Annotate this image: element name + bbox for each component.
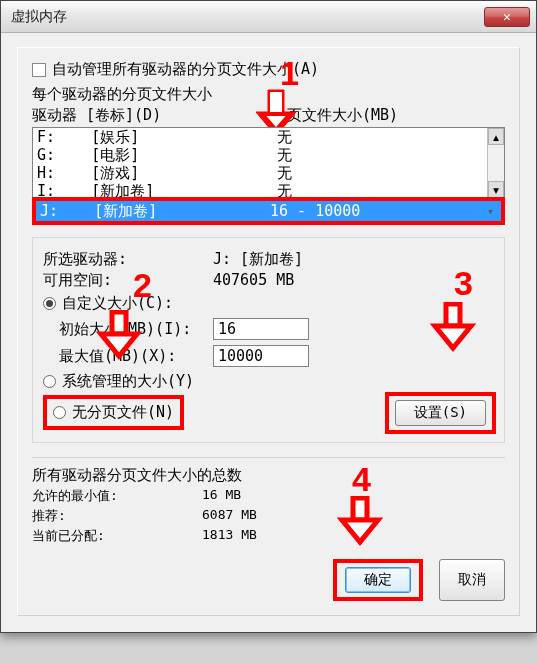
close-icon: ✕ — [503, 9, 511, 24]
system-managed-radio[interactable] — [43, 375, 56, 388]
totals-header: 所有驱动器分页文件大小的总数 — [32, 466, 505, 485]
no-paging-label: 无分页文件(N) — [72, 403, 174, 422]
drive-row[interactable]: G: [电影] 无 — [33, 146, 504, 164]
titlebar: 虚拟内存 ✕ — [1, 1, 536, 33]
chevron-down-icon[interactable]: ▾ — [482, 201, 499, 221]
scroll-down-icon[interactable]: ▾ — [488, 181, 504, 198]
annotation-4-arrow-icon — [336, 496, 384, 546]
free-space-kv: 可用空间: 407605 MB — [43, 271, 494, 290]
cur-kv: 当前已分配: 1813 MB — [32, 527, 505, 545]
initial-size-input[interactable] — [213, 318, 309, 340]
set-button-highlight: 设置(S) — [385, 392, 496, 434]
virtual-memory-dialog: 虚拟内存 ✕ 1 3 自动管理所有驱动器的分页文件大小(A) 每个驱动器的分页文… — [0, 0, 537, 633]
no-paging-radio[interactable] — [53, 406, 66, 419]
divider — [32, 457, 505, 458]
ok-button[interactable]: 确定 — [345, 567, 411, 593]
auto-manage-row[interactable]: 自动管理所有驱动器的分页文件大小(A) — [32, 60, 505, 79]
svg-rect-2 — [112, 312, 126, 334]
auto-manage-checkbox[interactable] — [32, 63, 46, 77]
svg-rect-3 — [353, 498, 367, 520]
annotation-2-arrow-icon — [95, 310, 143, 360]
rec-kv: 推荐: 6087 MB — [32, 507, 505, 525]
scroll-track[interactable] — [488, 145, 504, 181]
svg-rect-0 — [270, 92, 282, 112]
selected-drive-highlight: J: [新加卷] 16 - 10000 ▾ — [32, 197, 505, 225]
cancel-button[interactable]: 取消 — [439, 559, 505, 601]
window-title: 虚拟内存 — [11, 8, 67, 26]
close-button[interactable]: ✕ — [484, 7, 530, 27]
set-button[interactable]: 设置(S) — [395, 400, 486, 426]
annotation-4: 4 — [352, 460, 371, 499]
drive-row-selected[interactable]: J: [新加卷] 16 - 10000 — [36, 201, 501, 221]
dialog-button-row: 确定 取消 — [32, 559, 505, 601]
size-group: 2 所选驱动器: J: [新加卷] 可用空间: 407605 MB 自定义大小(… — [32, 237, 505, 443]
system-managed-radio-row[interactable]: 系统管理的大小(Y) — [43, 372, 494, 391]
drive-row[interactable]: F: [娱乐] 无 — [33, 128, 504, 146]
drive-list-scrollbar[interactable]: ▴ ▾ — [487, 128, 504, 198]
custom-size-radio[interactable] — [43, 297, 56, 310]
system-managed-label: 系统管理的大小(Y) — [62, 372, 194, 391]
drive-list[interactable]: F: [娱乐] 无 G: [电影] 无 H: [游戏] 无 I: [新加卷] 无 — [32, 127, 505, 199]
no-paging-highlight: 无分页文件(N) — [43, 395, 184, 430]
ok-button-highlight: 确定 — [333, 559, 423, 601]
totals-group: 4 所有驱动器分页文件大小的总数 允许的最小值: 16 MB 推荐: 6087 … — [32, 466, 505, 545]
drive-row[interactable]: H: [游戏] 无 — [33, 164, 504, 182]
min-kv: 允许的最小值: 16 MB — [32, 487, 505, 505]
selected-drive-kv: 所选驱动器: J: [新加卷] — [43, 250, 494, 269]
col-drive: 驱动器 [卷标](D) — [32, 106, 272, 125]
no-paging-radio-row[interactable]: 无分页文件(N) — [53, 403, 174, 422]
scroll-up-icon[interactable]: ▴ — [488, 128, 504, 145]
content-panel: 1 3 自动管理所有驱动器的分页文件大小(A) 每个驱动器的分页文件大小 驱动器… — [17, 47, 520, 616]
dialog-body: 1 3 自动管理所有驱动器的分页文件大小(A) 每个驱动器的分页文件大小 驱动器… — [1, 33, 536, 632]
max-size-input[interactable] — [213, 345, 309, 367]
annotation-2: 2 — [133, 266, 152, 305]
